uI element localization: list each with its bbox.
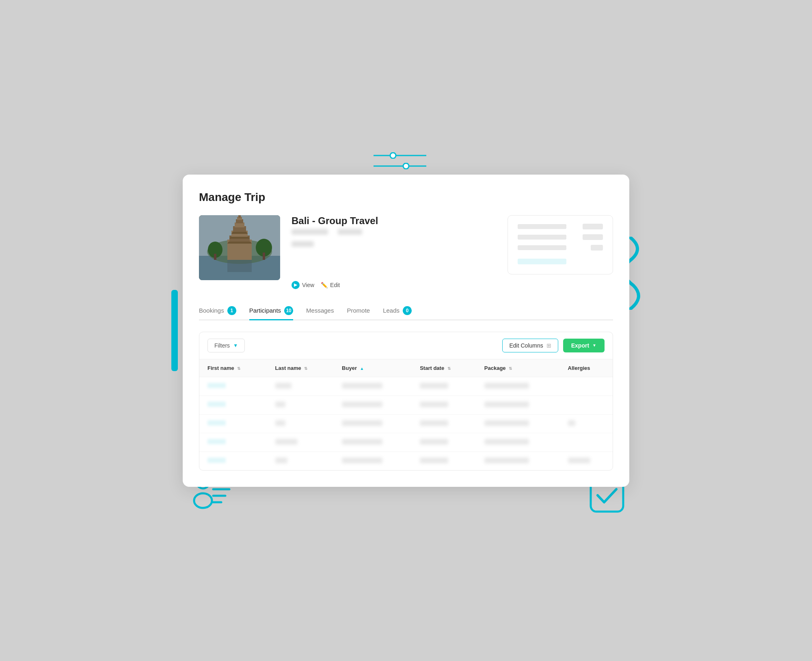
sort-buyer-icon: ▲ xyxy=(360,366,364,371)
tab-leads[interactable]: Leads 0 xyxy=(383,302,412,320)
sort-first-name-icon: ⇅ xyxy=(237,366,240,371)
cell-start-date xyxy=(420,439,448,445)
filters-button[interactable]: Filters ▼ xyxy=(207,339,245,352)
trip-image xyxy=(199,215,280,280)
col-start-date-label: Start date xyxy=(420,365,444,371)
page-title: Manage Trip xyxy=(199,191,613,204)
cell-last-name xyxy=(275,402,285,407)
stat-expected-amount xyxy=(518,224,603,229)
stat-pending-label xyxy=(518,245,566,250)
edit-icon: ✏️ xyxy=(321,282,328,288)
sort-last-name-icon: ⇅ xyxy=(304,366,307,371)
svg-rect-22 xyxy=(214,254,216,260)
cell-package xyxy=(484,420,529,426)
table-row xyxy=(199,377,613,395)
stat-amount-paid xyxy=(518,234,603,240)
view-button[interactable]: ▶ View xyxy=(292,281,314,289)
cell-start-date xyxy=(420,383,448,389)
col-last-name-label: Last name xyxy=(275,365,301,371)
view-icon: ▶ xyxy=(292,281,300,289)
cell-first-name xyxy=(207,420,226,426)
toolbar-right: Edit Columns ⊞ Export ▼ xyxy=(502,339,605,352)
cell-start-date xyxy=(420,458,448,463)
trip-capacity xyxy=(338,229,362,235)
stat-paid-label xyxy=(518,235,566,240)
edit-columns-label: Edit Columns xyxy=(509,342,543,349)
stat-expected-value xyxy=(583,224,603,229)
col-buyer[interactable]: Buyer ▲ xyxy=(334,359,412,377)
export-label: Export xyxy=(571,342,589,349)
cell-last-name xyxy=(275,439,298,445)
cell-package xyxy=(484,383,529,389)
tab-participants-badge: 10 xyxy=(284,306,293,315)
col-last-name[interactable]: Last name ⇅ xyxy=(267,359,334,377)
table-header: First name ⇅ Last name ⇅ Buyer ▲ Start xyxy=(199,359,613,377)
sort-package-icon: ⇅ xyxy=(509,366,512,371)
edit-button[interactable]: ✏️ Edit xyxy=(321,282,340,288)
cell-package xyxy=(484,402,529,407)
cell-first-name xyxy=(207,402,226,407)
cell-first-name xyxy=(207,383,226,388)
col-first-name[interactable]: First name ⇅ xyxy=(199,359,267,377)
tab-promote[interactable]: Promote xyxy=(347,302,370,320)
tab-messages[interactable]: Messages xyxy=(306,302,334,320)
col-start-date[interactable]: Start date ⇅ xyxy=(412,359,476,377)
table-row xyxy=(199,451,613,470)
cell-package xyxy=(484,458,529,463)
trip-actions: ▶ View ✏️ Edit xyxy=(292,281,496,289)
participants-table: First name ⇅ Last name ⇅ Buyer ▲ Start xyxy=(199,359,613,470)
tab-bookings[interactable]: Bookings 1 xyxy=(199,302,236,320)
table-area: Filters ▼ Edit Columns ⊞ Export ▼ xyxy=(199,332,613,471)
cell-buyer xyxy=(342,439,382,445)
cell-package xyxy=(484,439,529,445)
table-body xyxy=(199,377,613,470)
filters-label: Filters xyxy=(214,342,230,349)
svg-rect-20 xyxy=(238,215,241,218)
page-wrapper: Manage Trip xyxy=(183,175,629,487)
stat-pending-value xyxy=(591,245,603,251)
cell-buyer xyxy=(342,402,382,407)
col-buyer-label: Buyer xyxy=(342,365,357,371)
cell-allergies xyxy=(568,458,590,463)
stat-expected-label xyxy=(518,224,566,229)
grid-icon: ⊞ xyxy=(546,342,551,349)
trip-name: Bali - Group Travel xyxy=(292,215,496,227)
left-accent-bar xyxy=(171,290,178,371)
tab-bookings-badge: 1 xyxy=(227,306,236,315)
col-first-name-label: First name xyxy=(207,365,234,371)
tab-messages-label: Messages xyxy=(306,307,334,314)
cell-buyer xyxy=(342,383,382,389)
col-allergies: Allergies xyxy=(560,359,613,377)
main-card: Manage Trip xyxy=(183,175,629,487)
tab-participants[interactable]: Participants 10 xyxy=(249,302,293,320)
cell-first-name xyxy=(207,458,226,463)
table-toolbar: Filters ▼ Edit Columns ⊞ Export ▼ xyxy=(199,332,613,359)
slider-1-icon xyxy=(374,152,426,159)
trip-status-blur xyxy=(292,241,314,247)
stat-link-row xyxy=(518,255,603,266)
svg-rect-24 xyxy=(263,253,265,260)
col-allergies-label: Allergies xyxy=(568,365,590,371)
tab-leads-badge: 0 xyxy=(403,306,412,315)
trip-card: Bali - Group Travel ▶ View ✏️ Edit xyxy=(199,215,613,289)
table-row xyxy=(199,395,613,414)
export-chevron-icon: ▼ xyxy=(592,343,596,348)
tab-bookings-label: Bookings xyxy=(199,307,224,314)
stat-booking-link[interactable] xyxy=(518,259,566,264)
tab-participants-label: Participants xyxy=(249,307,281,314)
tab-promote-label: Promote xyxy=(347,307,370,314)
col-package-label: Package xyxy=(484,365,506,371)
trip-meta xyxy=(292,229,496,235)
tab-leads-label: Leads xyxy=(383,307,400,314)
sort-start-date-icon: ⇅ xyxy=(447,366,451,371)
stat-amount-pending xyxy=(518,245,603,251)
export-button[interactable]: Export ▼ xyxy=(563,339,605,352)
trip-duration xyxy=(292,229,328,235)
cell-buyer xyxy=(342,458,382,463)
cell-last-name xyxy=(275,420,285,426)
edit-columns-button[interactable]: Edit Columns ⊞ xyxy=(502,339,558,352)
col-package[interactable]: Package ⇅ xyxy=(476,359,560,377)
trip-info: Bali - Group Travel ▶ View ✏️ Edit xyxy=(292,215,496,289)
cell-buyer xyxy=(342,420,382,426)
cell-first-name xyxy=(207,439,226,444)
